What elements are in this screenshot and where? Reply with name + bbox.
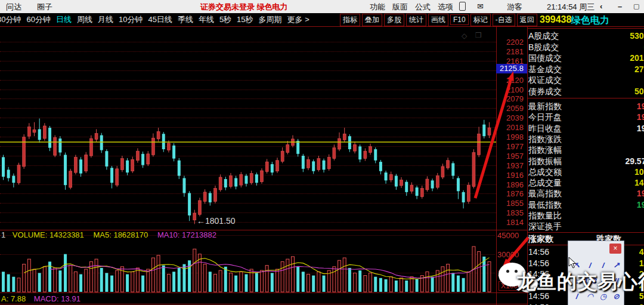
up-count-header: 涨家数 (528, 234, 553, 245)
gridline (0, 137, 496, 137)
toolbar-button-0[interactable]: 指标 (340, 14, 360, 26)
rp-divider-1 (527, 98, 644, 98)
tool-buttons: 指标叠加多股统计画线F10标记-自选返回 (340, 14, 537, 26)
menu-function[interactable]: 功能 (370, 2, 385, 13)
period-tab-9[interactable]: 5秒 (219, 14, 231, 25)
trading-app-window: { "window": { "menu_left": [{"label":"问达… (0, 0, 644, 305)
panel-row-label: 指数涨跌 (528, 134, 562, 144)
gridline (0, 193, 496, 194)
price-tick-label: 1835 (496, 208, 524, 217)
toolbar-button-5[interactable]: F10 (450, 14, 469, 25)
period-tab-5[interactable]: 10分钟 (119, 14, 143, 25)
toolbar-button-7[interactable]: -自选 (493, 14, 515, 26)
mouse-cursor (568, 257, 579, 269)
volume-tick-label: 30000 (497, 250, 524, 259)
gridline (0, 70, 496, 71)
volume-prefix: 1 (1, 230, 5, 239)
mail-icon[interactable]: ✉ (477, 2, 484, 11)
price-tick-label: 1937 (496, 161, 524, 170)
period-tab-11[interactable]: 多周期 (259, 14, 282, 25)
price-tick-label: 1957 (496, 152, 524, 161)
price-tick-label: 1876 (496, 189, 524, 198)
toolbar-button-1[interactable]: 叠加 (362, 14, 382, 26)
period-tab-1[interactable]: 60分钟 (26, 14, 50, 25)
panel-row-value: 1969 (637, 199, 644, 210)
period-tab-2[interactable]: 日线 (56, 14, 72, 25)
gridline (0, 118, 496, 118)
panel-row-label: 昨日收盘 (528, 124, 562, 133)
gridline (0, 80, 496, 81)
ticker-value: 324. (639, 302, 644, 305)
panel-row-s2-9: 最低指数1969 (528, 199, 644, 210)
menu-formula[interactable]: 公式 (415, 2, 431, 13)
panel-row-label: 国债成交 (528, 53, 562, 63)
period-tabs: 30分钟60分钟日线周线月线10分钟45日线季线年线5秒15秒多周期更多 > (0, 13, 309, 26)
volume-macd-divider (0, 292, 527, 293)
period-tab-4[interactable]: 月线 (98, 14, 113, 25)
login-notice[interactable]: 证券交易未登录 绿色电力 (200, 2, 288, 13)
period-toolbar: 30分钟60分钟日线周线月线10分钟45日线季线年线5秒15秒多周期更多 > 指… (0, 13, 644, 27)
volume-ma5: MA5: 18628170 (93, 230, 148, 239)
toolbar-button-4[interactable]: 画线 (428, 14, 448, 26)
gridline (0, 212, 496, 213)
price-tick-label: 2059 (496, 104, 524, 113)
period-tab-7[interactable]: 季线 (178, 14, 193, 25)
back-button[interactable]: ‹ (600, 2, 602, 11)
panel-row-label: 指数量比 (528, 211, 562, 220)
panel-row-value: 1977 (637, 123, 644, 134)
panel-row-label: 最高指数 (528, 189, 562, 198)
panel-row-s1-0: A股成交5303.9 (528, 30, 644, 41)
menu-quanzi[interactable]: 圈子 (37, 2, 52, 13)
period-tab-6[interactable]: 45日线 (148, 14, 172, 25)
stock-code: 399438 (540, 14, 571, 25)
panel-row-label: 最新指数 (528, 101, 562, 111)
menu-layout[interactable]: 版面 (392, 2, 408, 13)
panel-row-label: 债券成交 (528, 87, 562, 96)
price-tick-label: 1916 (496, 171, 524, 180)
guest-label[interactable]: 游客 (507, 2, 522, 13)
ticker-time: 14:56 (528, 247, 549, 257)
gridline (0, 61, 496, 61)
menu-options[interactable]: 选项 (438, 2, 453, 13)
gridline (0, 90, 496, 90)
period-tab-12[interactable]: 更多 > (287, 14, 309, 25)
toolbar-button-8[interactable]: 返回 (517, 14, 537, 26)
chart-window-icon[interactable]: ❒ (475, 31, 482, 39)
panel-row-value: 279.3 (634, 64, 644, 75)
panel-row-s2-8: 最高指数1998 (528, 188, 644, 199)
maximize-button[interactable]: ▢ (633, 2, 639, 10)
phone-icon[interactable] (459, 2, 466, 11)
toolbar-button-2[interactable]: 多股 (384, 14, 404, 26)
close-icon[interactable]: × (609, 244, 621, 254)
volume-tick-label: 45000 (497, 231, 524, 240)
period-tab-0[interactable]: 30分钟 (0, 14, 21, 25)
panel-row-value: 5303.9 (630, 30, 644, 41)
panel-row-label: A股成交 (528, 31, 559, 41)
macd-value: MACD: 13.91 (34, 294, 80, 303)
gridline (0, 42, 496, 42)
price-tick-label: 1814 (496, 218, 524, 227)
minimize-button[interactable]: – (618, 2, 622, 11)
period-tab-3[interactable]: 周线 (77, 14, 92, 25)
price-tick-label: 1998 (496, 133, 524, 141)
price-tick-label: 2120 (496, 76, 524, 85)
period-tab-10[interactable]: 15秒 (237, 14, 253, 25)
panel-row-value: 1998 (637, 188, 644, 199)
toolbar-button-3[interactable]: 统计 (406, 14, 426, 26)
panel-row-s2-1: 今日开盘1976 (528, 112, 644, 122)
ticker-time: 14:56 (528, 303, 549, 305)
window-title-bar: 问达 圈子 证券交易未登录 绿色电力 功能 版面 公式 选项 ✉ 游客 21:1… (0, 0, 644, 14)
gridline (0, 222, 496, 223)
panel-row-s1-5: 债券成交508.2 (528, 86, 644, 97)
price-tick-label: 2018 (496, 123, 524, 132)
toolbar-button-6[interactable]: 标记 (470, 14, 491, 26)
chart-diamond-icon[interactable]: ◇ (462, 32, 467, 40)
panel-row-value: 29.57/1. (625, 156, 644, 167)
panel-row-s2-5: 指数振幅29.57/1. (528, 156, 644, 167)
period-tab-8[interactable]: 年线 (199, 14, 214, 25)
menu-wenda[interactable]: 问达 (6, 2, 21, 13)
volume-gridline (0, 254, 495, 255)
price-tick-label: 2100 (496, 85, 524, 94)
panel-row-s2-10: 指数量比0 (528, 210, 644, 221)
volume-header: 1 VOLUME: 14323381 MA5: 18628170 MA10: 1… (1, 230, 216, 239)
